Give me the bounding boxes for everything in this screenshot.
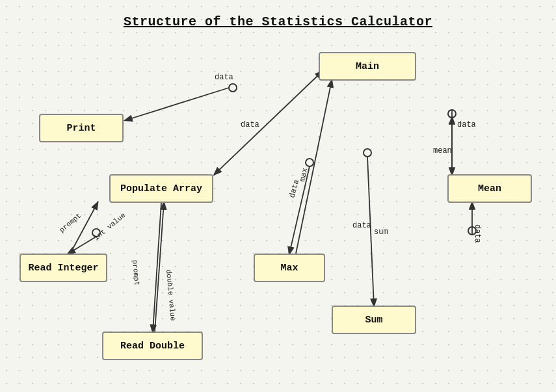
svg-text:sum: sum <box>374 228 388 237</box>
diagram-container: Structure of the Statistics Calculator d… <box>0 0 556 392</box>
svg-line-25 <box>70 203 98 254</box>
svg-text:data: data <box>287 179 301 199</box>
box-read_integer: Read Integer <box>20 254 107 282</box>
svg-point-23 <box>92 229 100 237</box>
box-read_double: Read Double <box>102 332 203 360</box>
svg-line-15 <box>367 157 374 306</box>
svg-point-32 <box>468 227 476 235</box>
box-max: Max <box>254 254 325 282</box>
svg-text:prompt: prompt <box>131 259 140 286</box>
box-mean: Mean <box>447 174 532 203</box>
svg-line-5 <box>126 88 229 120</box>
svg-line-10 <box>289 166 310 254</box>
svg-line-7 <box>215 75 319 174</box>
svg-point-14 <box>364 149 371 157</box>
box-populate: Populate Array <box>109 174 213 203</box>
svg-text:data: data <box>352 221 371 230</box>
svg-line-28 <box>153 203 161 332</box>
svg-point-18 <box>448 110 456 118</box>
svg-text:max: max <box>298 167 310 183</box>
svg-text:data: data <box>473 224 482 243</box>
svg-text:data: data <box>457 120 476 129</box>
svg-text:mean: mean <box>433 146 452 155</box>
svg-text:data: data <box>241 120 259 129</box>
svg-point-9 <box>306 159 313 166</box>
svg-point-4 <box>229 84 237 92</box>
box-print: Print <box>39 114 124 142</box>
svg-line-12 <box>296 81 332 254</box>
svg-line-29 <box>155 203 164 332</box>
box-main: Main <box>319 52 416 81</box>
svg-text:data: data <box>215 73 233 82</box>
box-sum: Sum <box>332 306 416 334</box>
page-title: Structure of the Statistics Calculator <box>124 14 432 29</box>
svg-text:int value: int value <box>92 211 127 242</box>
svg-text:double value: double value <box>165 269 177 321</box>
svg-text:prompt: prompt <box>58 212 83 235</box>
svg-line-24 <box>68 237 96 254</box>
